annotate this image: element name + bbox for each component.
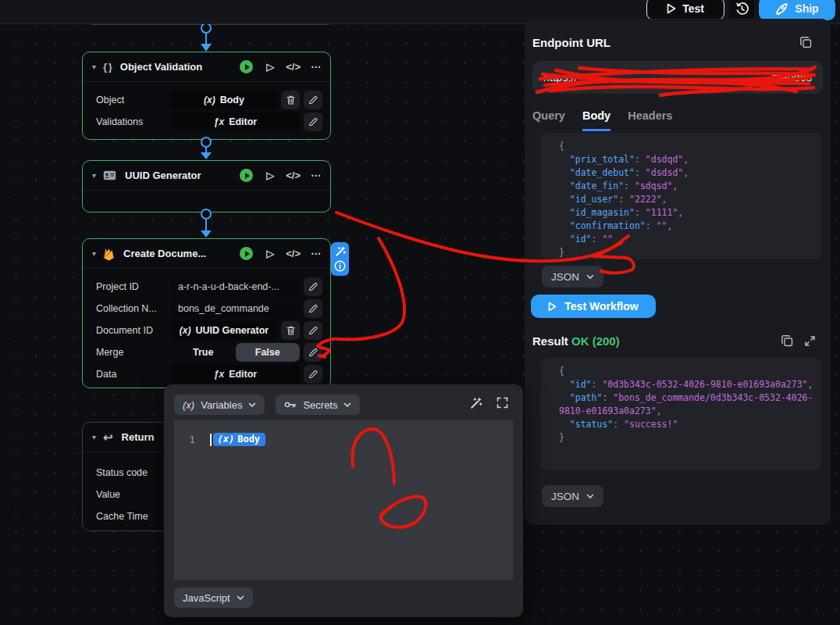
play-icon: [667, 3, 676, 14]
ship-button[interactable]: Ship: [759, 0, 835, 20]
node-uuid-generator[interactable]: ▾ UUID Generator ▷ </> ⋯: [82, 160, 331, 212]
variables-label: Variables: [201, 399, 242, 411]
chevron-down-icon[interactable]: ▾: [92, 62, 96, 71]
text-cursor: [210, 434, 212, 446]
chip-label: UUID Generator: [195, 325, 269, 336]
result-status-badge: OK (200): [571, 334, 620, 348]
url-start: https://: [543, 71, 578, 84]
more-icon[interactable]: ⋯: [311, 61, 321, 73]
code-editor[interactable]: 1 (x) Body: [174, 420, 513, 580]
edit-button[interactable]: [304, 299, 322, 318]
edit-button[interactable]: [304, 343, 322, 362]
collection-name-input[interactable]: bons_de_commande: [171, 299, 300, 318]
copy-result-icon[interactable]: [781, 334, 794, 348]
node-header: ▾ UUID Generator ▷ </> ⋯: [83, 161, 330, 191]
node-object-validation[interactable]: ▾ { } Object Validation ▷ </> ⋯ Object (…: [82, 52, 331, 140]
test-workflow-label: Test Workflow: [564, 300, 638, 312]
pencil-icon: [308, 117, 318, 127]
validations-editor-chip[interactable]: ƒx Editor: [171, 112, 300, 131]
variable-icon: (x): [183, 399, 194, 411]
more-icon[interactable]: ⋯: [311, 248, 321, 259]
chip-label: Editor: [229, 116, 257, 127]
body-format-select[interactable]: JSON: [542, 266, 603, 288]
edit-button[interactable]: [304, 91, 322, 109]
trash-icon: [287, 326, 295, 335]
pencil-icon: [308, 304, 318, 313]
copy-url-icon[interactable]: [799, 36, 813, 49]
chevron-down-icon: [237, 595, 244, 601]
chip-label: Editor: [229, 369, 257, 380]
body-variable-chip[interactable]: (x) Body: [213, 433, 266, 446]
expression-editor-panel: (x) Variables Secrets 1 (x) Body: [164, 384, 523, 617]
history-icon: [735, 2, 749, 16]
edit-button[interactable]: [304, 112, 322, 131]
tab-headers[interactable]: Headers: [628, 109, 672, 131]
code-icon[interactable]: </>: [286, 248, 301, 259]
language-dropdown[interactable]: JavaScript: [174, 588, 253, 608]
expand-result-icon[interactable]: [804, 335, 816, 347]
chevron-down-icon: [248, 402, 256, 408]
field-label: Object: [91, 95, 167, 105]
chevron-down-icon[interactable]: ▾: [92, 249, 96, 258]
chevron-down-icon[interactable]: ▾: [92, 433, 96, 441]
project-id-input[interactable]: a-r-n-a-u-d-back-end-...: [171, 277, 300, 296]
variable-icon: (x): [204, 95, 215, 105]
run-success-icon[interactable]: [240, 247, 253, 260]
chevron-down-icon: [586, 494, 594, 499]
node-title: Object Validation: [120, 61, 202, 73]
node-title: UUID Generator: [125, 170, 201, 181]
endpoint-url-field[interactable]: https:// mandes: [532, 61, 823, 94]
data-editor-chip[interactable]: ƒx Editor: [171, 365, 300, 384]
result-json[interactable]: { "id": "0d3b343c-0532-4026-9810-e01693a…: [540, 358, 821, 470]
magic-wand-icon[interactable]: [335, 246, 346, 257]
merge-true-option[interactable]: True: [171, 343, 236, 362]
trash-icon: [287, 95, 295, 105]
edit-button[interactable]: [304, 321, 322, 340]
field-label: Collection N...: [91, 303, 167, 314]
edit-button[interactable]: [304, 277, 322, 296]
return-arrow-icon: ↩: [103, 430, 113, 445]
code-icon[interactable]: </>: [286, 61, 301, 73]
object-value-chip[interactable]: (x) Body: [171, 91, 277, 109]
node-create-document[interactable]: ▾ Create Docume... ▷ </> ⋯ Project ID a-…: [82, 238, 331, 388]
code-icon[interactable]: </>: [286, 170, 301, 181]
test-button[interactable]: Test: [646, 0, 724, 20]
info-icon[interactable]: [334, 260, 346, 272]
field-label: Validations: [91, 116, 167, 127]
magic-wand-icon[interactable]: [470, 397, 482, 409]
braces-icon: { }: [103, 61, 112, 73]
variables-dropdown[interactable]: (x) Variables: [174, 395, 265, 415]
chevron-down-icon[interactable]: ▾: [92, 171, 96, 180]
request-body-json[interactable]: { "prix_total": "dsdqd", "date_debut": "…: [540, 133, 821, 259]
firebase-icon: [103, 247, 115, 261]
editor-actions: [470, 397, 508, 409]
tab-body[interactable]: Body: [582, 109, 610, 131]
rocket-icon: [775, 2, 788, 16]
delete-button[interactable]: [281, 91, 300, 109]
fx-icon: ƒx: [214, 369, 224, 380]
run-node-icon[interactable]: ▷: [266, 170, 274, 181]
tab-query[interactable]: Query: [532, 109, 565, 131]
merge-toggle: True False: [171, 343, 300, 362]
ship-button-label: Ship: [795, 2, 818, 15]
result-format-select[interactable]: JSON: [542, 485, 603, 507]
field-row-object: Object (x) Body: [83, 89, 330, 111]
run-node-icon[interactable]: ▷: [266, 248, 274, 259]
test-workflow-button[interactable]: Test Workflow: [531, 295, 656, 318]
edit-button[interactable]: [304, 365, 322, 384]
test-button-label: Test: [682, 2, 704, 15]
fullscreen-icon[interactable]: [497, 397, 508, 409]
fx-icon: ƒx: [214, 116, 224, 127]
merge-false-option[interactable]: False: [236, 343, 301, 362]
field-row-project-id: Project ID a-r-n-a-u-d-back-end-...: [83, 276, 330, 298]
history-button[interactable]: [729, 0, 754, 20]
chip-label: Body: [220, 95, 244, 105]
run-success-icon[interactable]: [240, 169, 253, 182]
delete-button[interactable]: [281, 321, 300, 340]
secrets-dropdown[interactable]: Secrets: [276, 395, 360, 415]
run-success-icon[interactable]: [240, 60, 253, 73]
field-label: Project ID: [91, 281, 167, 292]
more-icon[interactable]: ⋯: [311, 170, 321, 181]
document-id-chip[interactable]: (x) UUID Generator: [171, 321, 277, 340]
run-node-icon[interactable]: ▷: [266, 61, 274, 73]
